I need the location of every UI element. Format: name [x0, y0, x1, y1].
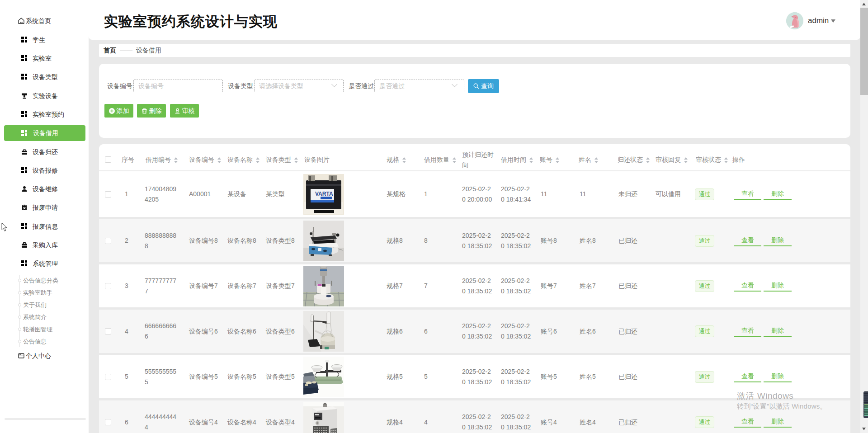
- svg-text:VARTA: VARTA: [315, 191, 333, 197]
